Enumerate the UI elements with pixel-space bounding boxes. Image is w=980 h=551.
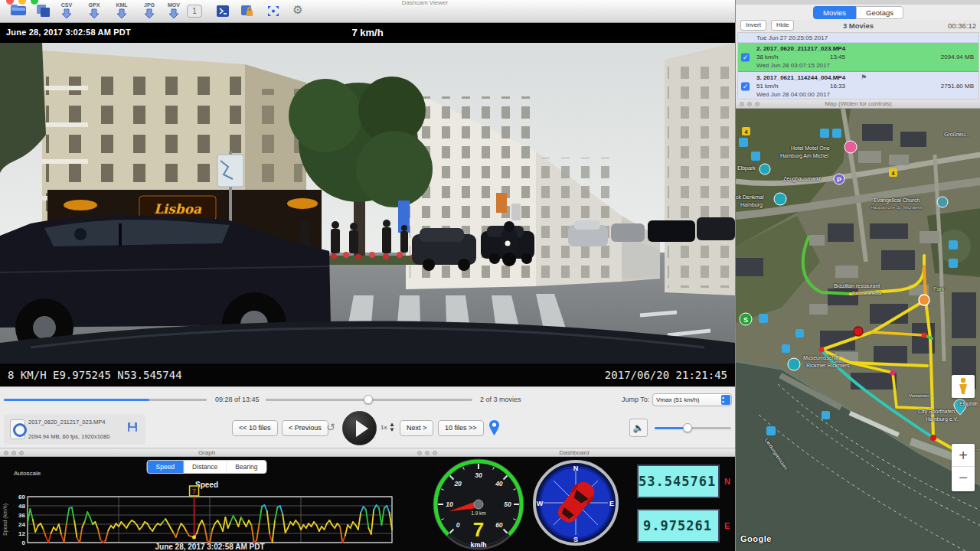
export-kml-button[interactable]: KML [110,2,133,21]
svg-text:P: P [837,176,841,184]
settings-button[interactable]: ⚙ [286,3,309,22]
toolbar: CSV GPX KML JPG MOV 1 [0,0,735,23]
play-icon [356,420,368,437]
map-label: Hotel Motel One [791,145,830,151]
satellite-map: P 4 4 S [736,109,980,551]
download-arrow-icon [89,8,100,19]
speed-gauge: 0102030405060 1.9 km 7 km/h [421,457,536,551]
next-button[interactable]: Next > [400,420,433,436]
jump-to-dropdown[interactable]: Vmax (51 km/h) ▲▼ [652,393,732,406]
fullscreen-button[interactable] [262,5,285,24]
quicktime-icon [10,419,25,439]
window-title: Dashcam Viewer [348,0,501,6]
movie-checkbox[interactable]: ✓ [741,82,750,90]
privacy-lock-button[interactable] [236,5,259,24]
location-pin-icon[interactable] [488,419,500,436]
movie-row-selected[interactable]: ✓ 2. 2017_0620_211217_023.MP4 38 km/h 13… [738,43,978,72]
map-label: Hamburg Am Michel [780,153,828,158]
gear-icon: ⚙ [292,3,302,16]
current-file-meta: 2094.94 MB, 60 fps, 1920x1080 [28,433,109,440]
google-logo: Google [740,534,772,543]
map-label: Park [933,286,944,292]
street-view-pegman-button[interactable] [952,375,975,398]
svg-text:7: 7 [192,487,196,495]
video-player[interactable]: June 28, 2017 3:02:58 AM PDT 7 km/h [0,23,735,386]
svg-text:60: 60 [18,494,25,500]
map-label: Hamburg [740,202,763,207]
movie-row-partial[interactable]: Tue Jun 27 20:25:05 2017 [738,33,978,43]
scrub-slider-thumb[interactable] [364,395,373,404]
single-window-button[interactable]: 1 [187,5,202,18]
previous-button[interactable]: < Previous [282,420,328,436]
copy-button[interactable] [32,2,55,21]
panel-window-buttons[interactable] [740,102,763,106]
transport-row: 2017_0620_211217_023.MP4 2094.94 MB, 60 … [0,411,735,448]
timestamp-stamp: 2017/06/20 21:21:45 [605,369,727,381]
svg-text:24: 24 [18,521,25,528]
mute-button[interactable]: 🔈 [629,419,648,437]
movie-checkbox[interactable]: ✓ [741,53,750,61]
map-label: Rickmer Rickmers [806,363,850,368]
copy-icon [34,2,54,19]
map-label: Zeughausmarkt [783,176,821,181]
loop-icon[interactable]: ↺ [326,421,335,433]
current-file-info: 2017_0620_211217_023.MP4 2094.94 MB, 60 … [4,414,145,445]
gauge-speed-value: 7 [473,518,484,541]
batch-export-button[interactable] [211,5,234,24]
map-view[interactable]: P 4 4 S [736,109,980,551]
graph-panel-header[interactable]: Graph [0,448,413,457]
svg-text:0: 0 [456,521,460,529]
svg-text:50: 50 [504,500,511,508]
zoom-out-button[interactable]: − [952,467,975,490]
panel-window-buttons[interactable] [417,451,440,455]
latitude-lcd: 53.545761 [637,465,720,498]
export-gpx-button[interactable]: GPX [83,2,106,21]
play-button[interactable] [342,411,377,445]
open-movie-button[interactable] [8,2,31,21]
rate-stepper[interactable]: ▲▼ [389,422,395,432]
map-label: Panthera Rodi [852,291,881,295]
flag-icon: ⚑ [861,73,867,81]
longitude-hemisphere: E [724,521,730,530]
svg-text:40: 40 [495,480,503,487]
panel-tabs: MoviesGeotags [736,5,980,20]
tab-movies[interactable]: Movies [813,6,856,19]
video-top-overlay: June 28, 2017 3:02:58 AM PDT 7 km/h [0,23,735,43]
jump-to-label: Jump To: [622,396,649,403]
dashboard-panel-header[interactable]: Dashboard [413,448,735,457]
movies-map-panel: MoviesGeotags Invert Hide 3 Movies 00:36… [735,0,980,551]
map-label: ck Denkmal [736,194,764,200]
export-csv-button[interactable]: CSV [55,2,78,21]
tab-geotags[interactable]: Geotags [856,6,903,19]
map-label: Hauptkirche St. Michaelis [871,205,923,210]
compass-n: N [573,465,579,472]
movies-header-row: Invert Hide 3 Movies 00:36:12 [736,20,980,32]
svg-text:12: 12 [18,530,25,537]
export-jpg-button[interactable]: JPG [138,2,161,21]
svg-text:20: 20 [453,480,462,487]
movie-count: 3 Movies [736,21,980,30]
compass-e: E [609,500,614,507]
svg-text:60: 60 [495,521,503,529]
export-mov-button[interactable]: MOV [162,2,185,21]
export-terminal-icon [216,5,230,18]
speed-chart[interactable]: 60483624120Speed (km/h)June 28, 2017 3:0… [0,457,413,551]
back-10-files-button[interactable]: << 10 files [232,420,278,436]
cafe-sign: Lisboa [154,201,202,217]
download-arrow-icon [144,8,155,19]
gauge-unit: km/h [470,541,486,549]
volume-thumb[interactable] [683,423,692,432]
panel-window-buttons[interactable] [4,451,27,455]
video-speed-overlay: 7 km/h [0,27,735,38]
video-bottom-overlay: 8 KM/H E9.975245 N53.545744 2017/06/20 2… [0,364,735,386]
map-panel-header[interactable]: Map (Widen for controls) [736,99,980,109]
save-icon[interactable] [127,422,138,432]
download-arrow-icon [61,8,72,19]
speaker-icon: 🔈 [633,422,645,433]
pegman-icon [957,377,969,396]
zoom-in-button[interactable]: + [952,444,975,467]
movie-row[interactable]: ✓ 3. 2017_0621_114244_004.MP4 ⚑ 51 km/h … [738,72,978,99]
lock-icon [240,5,254,18]
map-label: Evangelical Church [874,197,920,203]
forward-10-files-button[interactable]: 10 files >> [438,420,484,436]
